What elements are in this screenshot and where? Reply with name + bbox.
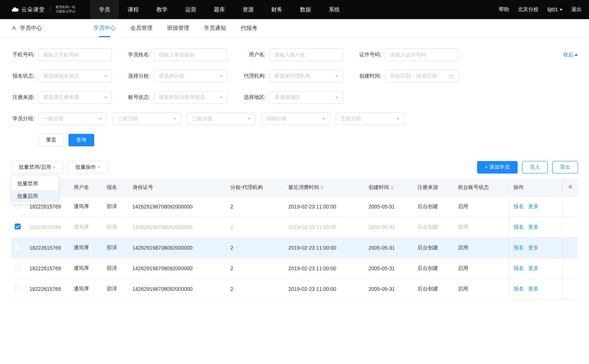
caret-down-icon [560, 9, 562, 11]
cell-username: 潘筠厚 [70, 217, 103, 238]
batch-ops-button[interactable]: 批量操作 [68, 161, 108, 174]
group-select[interactable]: 三级分组 [187, 113, 255, 125]
chevron-down-icon [173, 118, 176, 120]
sub-nav: 学员中心 学员中心会员管理班级管理学员通知代报考 [0, 19, 589, 38]
filter-item: 创建时间:开始日期 ~ 结束日期 [358, 70, 459, 82]
branch-link[interactable]: 北京分校 [518, 6, 539, 13]
filter-select[interactable]: 请选择代理机构 [269, 70, 343, 82]
nav-数据[interactable]: 数据 [291, 0, 320, 19]
cell-branch: 2 [227, 196, 285, 217]
chevron-down-icon [396, 118, 399, 120]
row-enroll-link[interactable]: 报名 [514, 286, 524, 292]
col-settings[interactable] [563, 179, 578, 196]
subnav-代报考[interactable]: 代报考 [241, 25, 257, 32]
row-checkbox[interactable] [15, 285, 21, 291]
row-checkbox[interactable] [15, 224, 21, 229]
nav-课程[interactable]: 课程 [119, 0, 148, 19]
row-enroll-link[interactable]: 报名 [514, 245, 524, 250]
logout-link[interactable]: 退出 [571, 6, 582, 13]
collapse-toggle[interactable]: 收起 [563, 51, 578, 58]
row-checkbox[interactable] [15, 244, 21, 250]
filter-label: 创建时间: [358, 73, 381, 79]
row-more-link[interactable]: 更多 [528, 286, 539, 292]
col-create[interactable]: 创建时间 [365, 179, 414, 196]
filter-item: 报名状态:请选择报名状态 [11, 70, 112, 82]
subnav-会员管理[interactable]: 会员管理 [130, 25, 152, 32]
row-more-link[interactable]: 更多 [528, 265, 539, 271]
col-lasttime[interactable]: 最近消费时间 [285, 179, 365, 196]
select-placeholder: 四级分组 [266, 115, 287, 122]
cell-idnum: 142629198708092000000 [129, 217, 227, 238]
user-icon [11, 25, 17, 31]
col-username: 用户名 [70, 179, 103, 196]
cell-blank [563, 217, 578, 238]
help-link[interactable]: 帮助 [499, 6, 509, 13]
batch-enable[interactable]: 批量启用 [11, 190, 59, 203]
brand-sub2: 式服务云平台 [56, 10, 75, 14]
cell-status: 禁用 [454, 217, 510, 238]
row-enroll-link[interactable]: 报名 [514, 224, 524, 230]
chevron-down-icon [99, 118, 102, 120]
row-more-link[interactable]: 更多 [528, 224, 539, 230]
subnav-学员中心[interactable]: 学员中心 [94, 25, 116, 32]
row-more-link[interactable]: 更多 [528, 203, 539, 209]
nav-学员[interactable]: 学员 [90, 0, 119, 19]
nav-系统[interactable]: 系统 [320, 0, 349, 19]
batch-disable[interactable]: 批量禁用 [11, 178, 59, 190]
export-button[interactable]: 导出 [552, 161, 578, 174]
main-menu: 学员课程教学运营题库资源财务数据系统 [90, 0, 349, 19]
group-select[interactable]: 一级分组 [38, 113, 107, 125]
cell-status: 启用 [454, 279, 510, 299]
top-nav: 云朵课堂 教育机构一站式服务云平台 学员课程教学运营题库资源财务数据系统 帮助 … [0, 0, 589, 19]
row-more-link[interactable]: 更多 [528, 245, 539, 250]
subnav-学员通知[interactable]: 学员通知 [204, 25, 226, 32]
filter-select[interactable]: 请选择报名状态 [38, 70, 112, 82]
cell-username: 潘筠厚 [70, 279, 103, 299]
table-row: 18222615769 潘筠厚 邵泽 142629198708092000000… [11, 217, 578, 238]
cell-branch: 2 [227, 258, 285, 279]
cell-source: 后台创建 [414, 279, 454, 299]
cell-enroll: 邵泽 [103, 238, 129, 258]
filter-select[interactable]: 请选择前台账号状态 [154, 91, 228, 104]
select-placeholder: 请选择报名状态 [43, 73, 79, 79]
filter-input[interactable] [154, 49, 228, 61]
query-button[interactable]: 查询 [68, 134, 94, 146]
add-button[interactable]: + 添加学员 [477, 161, 518, 174]
chevron-down-icon [98, 167, 100, 168]
col-create-label: 创建时间 [368, 184, 389, 190]
filter-select[interactable]: 请选择注册来源 [38, 91, 112, 104]
select-placeholder: 请选择注册来源 [43, 94, 79, 101]
cell-create: 2005-05-31 [365, 258, 414, 279]
group-filter: 学员分组: 一级分组二级分组三级分组四级分组五级分组 [11, 113, 404, 125]
nav-教学[interactable]: 教学 [148, 0, 176, 19]
reset-button[interactable]: 重置 [38, 134, 64, 146]
batch-toggle-button[interactable]: 批量禁用/启用 [11, 161, 63, 174]
filter-select[interactable]: 请选择分校 [154, 70, 228, 82]
filter-item: 选择分校:请选择分校 [127, 70, 228, 82]
filter-label: 账号状态: [127, 94, 150, 101]
filter-row-group: 学员分组: 一级分组二级分组三级分组四级分组五级分组 [11, 113, 578, 125]
user-menu[interactable]: lijt01 [547, 7, 562, 13]
date-range-picker[interactable]: 开始日期 ~ 结束日期 [385, 70, 459, 82]
nav-财务[interactable]: 财务 [262, 0, 291, 19]
filter-input[interactable] [38, 49, 112, 61]
import-button[interactable]: 导入 [522, 161, 548, 174]
row-checkbox[interactable] [15, 265, 21, 271]
filter-input[interactable] [385, 49, 459, 61]
nav-资源[interactable]: 资源 [234, 0, 262, 19]
cell-idnum: 142629198708092000000 [129, 238, 227, 258]
filter-item: 学员姓名: [127, 49, 228, 61]
nav-运营[interactable]: 运营 [176, 0, 205, 19]
cell-create: 2005-05-31 [365, 279, 414, 299]
filter-select[interactable]: 请选择地区 [269, 91, 343, 104]
row-enroll-link[interactable]: 报名 [514, 203, 524, 209]
group-select[interactable]: 二级分组 [113, 113, 181, 125]
group-select[interactable]: 四级分组 [261, 113, 330, 125]
group-select[interactable]: 五级分组 [336, 113, 404, 125]
nav-题库[interactable]: 题库 [205, 0, 234, 19]
cell-lasttime: 2019-02-23 11:00:00 [285, 258, 365, 279]
subnav-班级管理[interactable]: 班级管理 [167, 25, 189, 32]
filter-input[interactable] [269, 49, 343, 61]
row-enroll-link[interactable]: 报名 [514, 265, 524, 271]
collapse-label: 收起 [563, 51, 574, 58]
